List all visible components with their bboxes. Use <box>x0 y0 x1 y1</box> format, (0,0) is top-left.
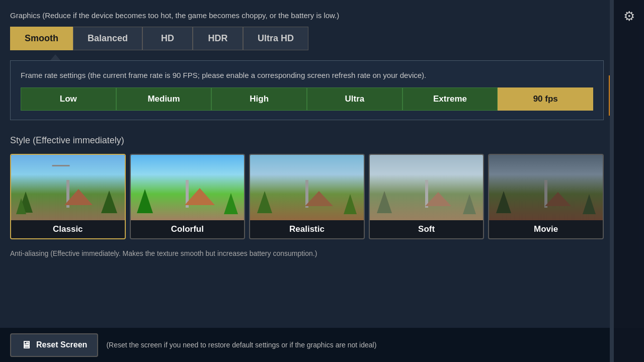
style-title: Style (Effective immediately) <box>10 135 604 146</box>
graphics-btn-smooth[interactable]: Smooth <box>10 27 73 50</box>
style-image-colorful <box>131 155 245 220</box>
triangle-indicator <box>50 54 60 60</box>
right-panel: ⚙ <box>614 0 644 362</box>
style-label-realistic: Realistic <box>250 220 364 238</box>
graphics-buttons: Smooth Balanced HD HDR Ultra HD <box>10 27 604 50</box>
style-label-soft: Soft <box>370 220 484 238</box>
fps-btn-medium[interactable]: Medium <box>116 87 212 111</box>
graphics-btn-hd[interactable]: HD <box>142 27 193 50</box>
style-card-soft[interactable]: Soft <box>369 154 485 239</box>
fps-buttons: Low Medium High Ultra Extreme 90 fps <box>21 87 593 111</box>
style-card-classic[interactable]: Classic <box>10 154 126 239</box>
style-image-classic <box>11 155 125 220</box>
style-card-movie[interactable]: Movie <box>488 154 604 239</box>
bottom-bar: 🖥 Reset Screen (Reset the screen if you … <box>0 328 644 362</box>
anti-alias-label: Anti-aliasing (Effective immediately. Ma… <box>10 249 604 257</box>
scrollbar-track[interactable] <box>610 0 614 362</box>
monitor-icon: 🖥 <box>21 339 31 351</box>
fps-btn-extreme[interactable]: Extreme <box>403 87 498 111</box>
graphics-btn-hdr[interactable]: HDR <box>193 27 243 50</box>
gear-icon[interactable]: ⚙ <box>618 5 640 27</box>
style-image-soft <box>370 155 484 220</box>
style-label-movie: Movie <box>489 220 603 238</box>
framerate-label: Frame rate settings (the current frame r… <box>21 70 593 80</box>
style-label-classic: Classic <box>11 220 125 238</box>
style-label-colorful: Colorful <box>131 220 245 238</box>
style-cards: Classic Colorful <box>10 154 604 239</box>
reset-screen-button[interactable]: 🖥 Reset Screen <box>10 333 98 357</box>
style-image-movie <box>489 155 603 220</box>
main-content: Graphics (Reduce if the device becomes t… <box>0 0 614 298</box>
fps-btn-high[interactable]: High <box>211 87 307 111</box>
style-section: Style (Effective immediately) Classic <box>10 135 604 239</box>
graphics-btn-ultrahd[interactable]: Ultra HD <box>243 27 308 50</box>
graphics-label: Graphics (Reduce if the device becomes t… <box>10 10 604 21</box>
reset-label: Reset Screen <box>36 340 87 349</box>
fps-btn-low[interactable]: Low <box>21 87 116 111</box>
reset-description: (Reset the screen if you need to restore… <box>106 341 376 349</box>
style-card-realistic[interactable]: Realistic <box>249 154 365 239</box>
style-card-colorful[interactable]: Colorful <box>130 154 246 239</box>
fps-btn-90fps[interactable]: 90 fps <box>498 87 593 111</box>
fps-btn-ultra[interactable]: Ultra <box>307 87 403 111</box>
framerate-box: Frame rate settings (the current frame r… <box>10 60 604 120</box>
graphics-btn-balanced[interactable]: Balanced <box>73 27 142 50</box>
style-image-realistic <box>250 155 364 220</box>
